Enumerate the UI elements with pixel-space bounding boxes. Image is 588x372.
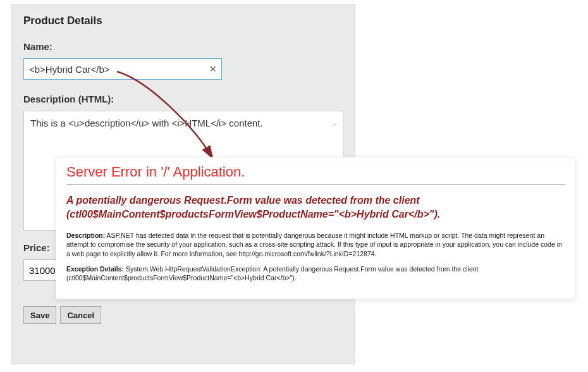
clear-icon[interactable]: ✕ [209, 64, 217, 74]
error-description: Description: ASP.NET has detected data i… [66, 231, 565, 258]
error-exception-label: Exception Details: [66, 265, 124, 273]
error-description-label: Description: [66, 232, 105, 239]
scroll-up-icon[interactable]: ︿ [332, 119, 339, 128]
name-input-wrap: ✕ [23, 58, 222, 80]
name-input[interactable] [23, 58, 222, 80]
error-exception: Exception Details: System.Web.HttpReques… [66, 264, 565, 282]
button-row: Save Cancel [23, 306, 343, 324]
server-error-card: Server Error in '/' Application. A poten… [56, 157, 575, 299]
error-exception-text: System.Web.HttpRequestValidationExceptio… [66, 265, 479, 282]
name-label: Name: [23, 41, 343, 52]
error-title: Server Error in '/' Application. [66, 164, 565, 180]
error-divider [66, 184, 565, 185]
description-label: Description (HTML): [23, 94, 343, 104]
error-description-text: ASP.NET has detected data in the request… [66, 232, 562, 257]
cancel-button[interactable]: Cancel [60, 306, 101, 324]
error-subtitle: A potentially dangerous Request.Form val… [66, 194, 565, 221]
description-value: This is a <u>description</u> with <i>HTM… [24, 111, 343, 135]
save-button[interactable]: Save [23, 306, 56, 324]
panel-title: Product Details [23, 15, 343, 27]
